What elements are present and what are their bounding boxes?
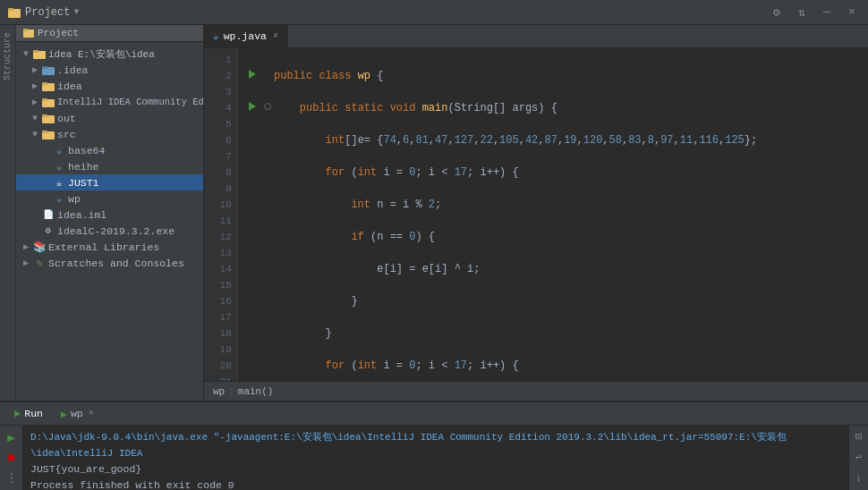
- tree-out[interactable]: ▼ out: [16, 110, 203, 126]
- svg-rect-9: [42, 82, 47, 85]
- tree-base64[interactable]: ☕ base64: [16, 142, 203, 158]
- tab-wp-java[interactable]: ☕ wp.java ×: [204, 25, 288, 47]
- idea-arrow: ▶: [29, 64, 41, 75]
- intellij-label: IntelliJ IDEA Community Edition 2019.3.2: [57, 97, 203, 107]
- code-text-9: }: [274, 325, 332, 342]
- tree-external[interactable]: ▶ 📚 External Libraries: [16, 239, 203, 255]
- idea2-arrow: ▶: [29, 80, 41, 91]
- tree-scratches[interactable]: ▶ ✎ Scratches and Consoles: [16, 255, 203, 271]
- code-text-4: for (int i = 0; i < 17; i++) {: [274, 165, 519, 181]
- project-header: Project: [16, 25, 203, 42]
- idea-folder-icon: [41, 63, 55, 77]
- vertical-tab-strip: Structure: [0, 25, 16, 401]
- bottom-left-buttons: ▶ ■ ⋮: [0, 426, 23, 490]
- bottom-content: ▶ ■ ⋮ D:\Java\jdk-9.0.4\bin\java.exe "-j…: [0, 426, 868, 490]
- out-folder-icon: [41, 111, 55, 125]
- ln-16: 16: [204, 293, 232, 309]
- exe-icon: ⚙: [41, 224, 55, 238]
- ln-2: 2: [204, 68, 232, 84]
- external-arrow: ▶: [20, 241, 32, 252]
- main-area: Structure Project ▼ idea E:\安装包\idea ▶: [0, 25, 868, 401]
- tree-heihe[interactable]: ☕ heihe: [16, 158, 203, 174]
- code-text-5: int n = i % 2;: [274, 197, 441, 213]
- stop-button[interactable]: ■: [3, 450, 21, 467]
- run-output: D:\Java\jdk-9.0.4\bin\java.exe "-javaage…: [23, 426, 848, 490]
- wp-run-tab[interactable]: ▶ wp ×: [54, 406, 101, 422]
- tab-java-icon: ☕: [213, 30, 219, 42]
- tree-idea2[interactable]: ▶ idea: [16, 78, 203, 94]
- intellij-arrow: ▶: [29, 97, 41, 107]
- close-icon[interactable]: ×: [843, 4, 861, 21]
- svg-rect-7: [42, 66, 47, 69]
- tree-iml[interactable]: 📄 idea.iml: [16, 207, 203, 223]
- src-folder-icon: [41, 127, 55, 141]
- exe-label: idealC-2019.3.2.exe: [57, 225, 174, 237]
- code-line-4: for (int i = 0; i < 17; i++) {: [247, 165, 859, 181]
- tab-close-button[interactable]: ×: [273, 31, 278, 41]
- code-line-8: }: [247, 293, 859, 309]
- tree-intellij[interactable]: ▶ IntelliJ IDEA Community Edition 2019.3…: [16, 94, 203, 110]
- breadcrumb-sep: :: [228, 386, 234, 397]
- wrap-button[interactable]: ↩: [851, 450, 867, 465]
- more-options-button[interactable]: ⋮: [3, 469, 21, 486]
- just1-label: JUST1: [68, 177, 99, 189]
- code-line-10: for (int i = 0; i < 17; i++) {: [247, 358, 859, 374]
- run-tab-close[interactable]: ×: [89, 409, 94, 418]
- run-tab-icon: ▶: [14, 407, 21, 420]
- project-panel-title: Project: [38, 28, 79, 38]
- sort-icon[interactable]: ⇅: [793, 4, 811, 21]
- code-text-8: }: [274, 293, 358, 309]
- run-tab-label: Run: [24, 408, 43, 419]
- tree-idea[interactable]: ▶ .idea: [16, 62, 203, 78]
- code-content[interactable]: public class wp { public static void mai…: [238, 48, 868, 381]
- svg-rect-15: [42, 131, 47, 133]
- code-editor: 1 2 3 4 5 6 7 8 9 10 11 12 13 14 15 16 1…: [204, 48, 868, 381]
- ln-4: 4: [204, 100, 232, 116]
- ln-12: 12: [204, 229, 232, 245]
- structure-tab[interactable]: Structure: [1, 29, 14, 84]
- iml-label: idea.iml: [57, 209, 106, 221]
- titlebar: Project ▼ ⚙ ⇅ — ×: [0, 0, 868, 25]
- tree-src[interactable]: ▼ src: [16, 126, 203, 142]
- ln-13: 13: [204, 245, 232, 261]
- code-text-10: for (int i = 0; i < 17; i++) {: [274, 358, 519, 374]
- tree-root[interactable]: ▼ idea E:\安装包\idea: [16, 46, 203, 62]
- code-line-5: int n = i % 2;: [247, 197, 859, 213]
- project-title: Project: [25, 6, 70, 19]
- code-line-2: public static void main(String[] args) {: [247, 100, 859, 116]
- breadcrumb-bar: wp : main(): [204, 381, 868, 401]
- titlebar-left: Project ▼: [7, 5, 79, 20]
- scratches-arrow: ▶: [20, 258, 32, 268]
- svg-rect-3: [23, 29, 28, 31]
- project-tree: ▼ idea E:\安装包\idea ▶ .idea ▶ id: [16, 42, 203, 401]
- run-tab[interactable]: ▶ Run: [7, 405, 50, 422]
- base64-icon: ☕: [52, 143, 66, 157]
- external-icon: 📚: [32, 240, 47, 254]
- titlebar-dropdown-arrow[interactable]: ▼: [73, 7, 79, 17]
- editor-area: ☕ wp.java × 1 2 3 4 5 6 7 8 9 10 11 12 1…: [204, 25, 868, 401]
- root-folder-icon: [32, 46, 47, 61]
- ln-3: 3: [204, 84, 232, 100]
- tree-just1[interactable]: ☕ JUST1: [16, 174, 203, 190]
- settings-icon[interactable]: ⚙: [768, 4, 786, 21]
- scratches-icon: ✎: [32, 256, 47, 270]
- scroll-end-button[interactable]: ↓: [851, 471, 867, 486]
- svg-rect-11: [42, 98, 47, 101]
- heihe-label: heihe: [68, 161, 99, 173]
- code-line-6: if (n == 0) {: [247, 229, 859, 245]
- minimize-icon[interactable]: —: [818, 4, 836, 21]
- base64-label: base64: [68, 145, 105, 156]
- project-folder-icon: [7, 5, 21, 20]
- tree-exe[interactable]: ⚙ idealC-2019.3.2.exe: [16, 223, 203, 239]
- project-panel: Project ▼ idea E:\安装包\idea ▶ .idea ▶: [16, 25, 204, 401]
- output-line-3: Process finished with exit code 0: [30, 477, 841, 490]
- root-label: idea E:\安装包\idea: [48, 47, 155, 61]
- code-text-2: public static void main(String[] args) {: [274, 100, 557, 116]
- ln-17: 17: [204, 309, 232, 325]
- fold-button[interactable]: ⊡: [851, 429, 867, 444]
- code-line-3: int[]e= {74,6,81,47,127,22,105,42,87,19,…: [247, 132, 859, 148]
- heihe-icon: ☕: [52, 159, 66, 173]
- rerun-button[interactable]: ▶: [3, 429, 21, 446]
- tree-wp[interactable]: ☕ wp: [16, 190, 203, 207]
- src-arrow: ▼: [29, 130, 41, 139]
